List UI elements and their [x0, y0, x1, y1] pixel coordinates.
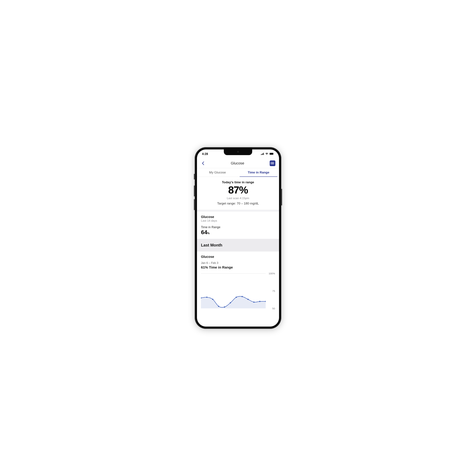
fourteen-day-title: Glucose	[201, 215, 275, 219]
phone-power-button	[281, 189, 282, 205]
battery-icon	[269, 152, 274, 156]
signal-icon	[261, 152, 264, 156]
svg-point-14	[242, 296, 243, 297]
svg-rect-3	[263, 153, 264, 155]
last-month-title: Glucose	[201, 255, 275, 259]
last-month-header-title: Last Month	[201, 243, 275, 248]
today-value: 87%	[200, 185, 276, 195]
svg-rect-2	[263, 153, 263, 155]
phone-volume-down	[194, 199, 195, 210]
tab-time-in-range[interactable]: Time in Range	[238, 168, 279, 177]
clock: 4:28	[202, 152, 208, 156]
main-scroll[interactable]: Today's time in range 87% Last scan 4:15…	[197, 177, 279, 326]
chart-tick-50: 50	[272, 307, 275, 310]
list-view-button[interactable]	[270, 160, 275, 166]
chart-tick-75: 75	[272, 289, 275, 292]
svg-point-16	[253, 302, 255, 303]
svg-rect-5	[270, 153, 273, 155]
svg-point-9	[212, 299, 213, 300]
wifi-icon	[265, 152, 268, 156]
today-label: Today's time in range	[200, 180, 276, 184]
app-header: Glucose	[197, 158, 279, 168]
chart-tick-100: 100%	[269, 272, 275, 275]
svg-rect-0	[261, 154, 261, 155]
chart-plot-area	[201, 273, 266, 308]
svg-rect-1	[262, 154, 262, 155]
back-button[interactable]	[201, 161, 205, 166]
last-scan-text: Last scan 4:15pm	[200, 197, 276, 200]
fourteen-day-section: Glucose Last 14 days Time in Range 64%	[197, 212, 279, 239]
svg-point-17	[259, 301, 260, 302]
fourteen-day-subtitle: Last 14 days	[201, 219, 275, 222]
last-month-header: Last Month	[197, 239, 279, 252]
tabs: My Glucose Time in Range	[197, 168, 279, 177]
last-month-date-range: Jan 6 – Feb 3	[201, 261, 275, 265]
target-range-text: Target range: 70 – 180 mg/dL	[200, 202, 276, 205]
last-month-tir: 61% Time in Range	[201, 265, 275, 269]
today-card: Today's time in range 87% Last scan 4:15…	[197, 177, 279, 210]
page-title: Glucose	[231, 161, 244, 166]
section-gap	[197, 210, 279, 212]
fourteen-day-metric-value: 64%	[201, 229, 275, 236]
chart-container: 100% 75 50	[201, 273, 275, 308]
screen: 4:28	[197, 150, 279, 326]
svg-point-13	[236, 297, 237, 298]
phone-frame: 4:28	[195, 147, 281, 329]
svg-point-10	[218, 306, 219, 307]
svg-point-12	[230, 302, 231, 303]
phone-volume-up	[194, 186, 195, 196]
svg-point-15	[248, 299, 249, 300]
fourteen-day-metric-label: Time in Range	[201, 225, 275, 229]
tab-my-glucose[interactable]: My Glucose	[197, 168, 238, 177]
svg-point-11	[224, 306, 225, 307]
notch	[224, 150, 252, 155]
phone-silence-switch	[194, 174, 195, 179]
last-month-section: Glucose Jan 6 – Feb 3 61% Time in Range …	[197, 252, 279, 312]
svg-rect-6	[274, 153, 274, 154]
svg-point-8	[206, 297, 207, 298]
